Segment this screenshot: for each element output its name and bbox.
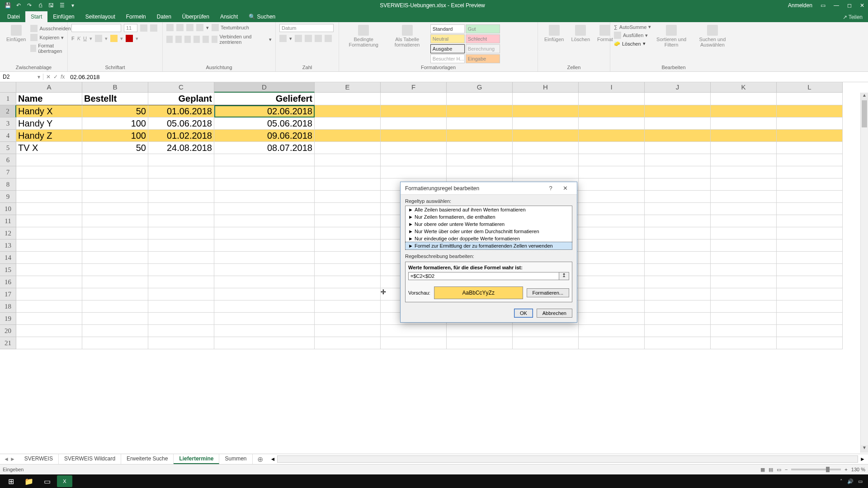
style-besucht[interactable]: Besuchter H...: [430, 54, 465, 63]
cell-A5[interactable]: TV X: [16, 142, 82, 154]
underline-icon[interactable]: U: [83, 36, 87, 41]
cell-L12[interactable]: [777, 227, 843, 239]
dialog-help-icon[interactable]: ?: [543, 185, 558, 192]
row-header-14[interactable]: 14: [0, 252, 16, 264]
cell-B5[interactable]: 50: [82, 142, 148, 154]
cell-D13[interactable]: [214, 239, 315, 252]
row-header-13[interactable]: 13: [0, 239, 16, 252]
cell-H5[interactable]: [513, 142, 579, 154]
cell-I15[interactable]: [579, 264, 645, 276]
cell-L14[interactable]: [777, 252, 843, 264]
cell-E17[interactable]: [315, 288, 381, 300]
cell-G21[interactable]: [447, 337, 513, 349]
sheet-tab[interactable]: SVERWEIS: [19, 454, 59, 464]
rule-type-list[interactable]: ►Alle Zeilen basierend auf ihren Werten …: [405, 206, 572, 250]
range-picker-icon[interactable]: ↥: [559, 272, 569, 280]
zoom-slider[interactable]: [791, 469, 841, 470]
cell-H4[interactable]: [513, 130, 579, 142]
tab-insert[interactable]: Einfügen: [47, 11, 80, 22]
cell-L18[interactable]: [777, 300, 843, 313]
currency-icon[interactable]: [279, 35, 287, 42]
undo-icon[interactable]: ↶: [14, 1, 23, 9]
tray-lang-icon[interactable]: ▭: [858, 479, 863, 484]
cell-B20[interactable]: [82, 325, 148, 337]
style-eingabe[interactable]: Eingabe: [466, 54, 500, 63]
cell-D21[interactable]: [214, 337, 315, 349]
fill-color-icon[interactable]: [110, 35, 118, 42]
cell-L9[interactable]: [777, 191, 843, 203]
clear-button[interactable]: 🧽 Löschen ▾: [614, 41, 651, 47]
cell-C9[interactable]: [148, 191, 214, 203]
scroll-thumb[interactable]: [862, 100, 867, 127]
cell-A13[interactable]: [16, 239, 82, 252]
col-header-G[interactable]: G: [447, 82, 513, 93]
number-format-select[interactable]: [279, 24, 334, 32]
col-header-K[interactable]: K: [711, 82, 777, 93]
cell-L15[interactable]: [777, 264, 843, 276]
cell-C12[interactable]: [148, 227, 214, 239]
cell-J20[interactable]: [645, 325, 711, 337]
cell-D20[interactable]: [214, 325, 315, 337]
row-header-15[interactable]: 15: [0, 264, 16, 276]
cell-G6[interactable]: [447, 154, 513, 166]
cell-B13[interactable]: [82, 239, 148, 252]
name-box[interactable]: D2▼: [0, 74, 43, 80]
cell-J7[interactable]: [645, 166, 711, 178]
cell-G4[interactable]: [447, 130, 513, 142]
row-header-17[interactable]: 17: [0, 288, 16, 300]
cell-E19[interactable]: [315, 313, 381, 325]
cell-B11[interactable]: [82, 215, 148, 227]
cell-L7[interactable]: [777, 166, 843, 178]
cell-C7[interactable]: [148, 166, 214, 178]
col-header-F[interactable]: F: [381, 82, 447, 93]
tab-search[interactable]: 🔍 Suchen: [243, 11, 281, 22]
cell-D7[interactable]: [214, 166, 315, 178]
indent-inc-icon[interactable]: [203, 36, 209, 43]
cell-K17[interactable]: [711, 288, 777, 300]
cell-J19[interactable]: [645, 313, 711, 325]
cell-A19[interactable]: [16, 313, 82, 325]
find-select-button[interactable]: Suchen und Auswählen: [692, 24, 733, 48]
cell-J16[interactable]: [645, 276, 711, 288]
cell-H6[interactable]: [513, 154, 579, 166]
align-bottom-icon[interactable]: [186, 24, 193, 31]
save-icon[interactable]: 💾: [4, 1, 12, 9]
tab-pagelayout[interactable]: Seitenlayout: [80, 11, 121, 22]
cell-I2[interactable]: [579, 105, 645, 117]
cell-L19[interactable]: [777, 313, 843, 325]
col-header-B[interactable]: B: [82, 82, 148, 93]
cell-A16[interactable]: [16, 276, 82, 288]
cell-I14[interactable]: [579, 252, 645, 264]
font-name-input[interactable]: [71, 24, 121, 32]
cell-E12[interactable]: [315, 227, 381, 239]
share-button[interactable]: ↗ Teilen: [837, 12, 868, 22]
inc-decimal-icon[interactable]: [315, 35, 322, 42]
cell-A10[interactable]: [16, 203, 82, 215]
style-schlecht[interactable]: Schlecht: [466, 34, 500, 43]
cell-L17[interactable]: [777, 288, 843, 300]
col-header-C[interactable]: C: [148, 82, 214, 93]
cell-I7[interactable]: [579, 166, 645, 178]
cell-B12[interactable]: [82, 227, 148, 239]
cell-D15[interactable]: [214, 264, 315, 276]
dialog-close-icon[interactable]: ✕: [558, 185, 572, 192]
col-header-I[interactable]: I: [579, 82, 645, 93]
col-header-L[interactable]: L: [777, 82, 843, 93]
cell-K11[interactable]: [711, 215, 777, 227]
cell-B21[interactable]: [82, 337, 148, 349]
align-center-icon[interactable]: [175, 36, 182, 43]
wrap-text-button[interactable]: Textumbruch: [212, 24, 249, 31]
cell-I8[interactable]: [579, 178, 645, 191]
cell-L20[interactable]: [777, 325, 843, 337]
taskbar-explorer-icon[interactable]: 📁: [20, 474, 38, 488]
new-sheet-icon[interactable]: ⊕: [253, 455, 268, 464]
cell-J17[interactable]: [645, 288, 711, 300]
cell-D16[interactable]: [214, 276, 315, 288]
decrease-font-icon[interactable]: [150, 24, 157, 32]
zoom-level[interactable]: 130 %: [851, 467, 865, 472]
align-right-icon[interactable]: [184, 36, 191, 43]
conditional-formatting-button[interactable]: Bedingte Formatierung: [343, 24, 385, 48]
cell-E18[interactable]: [315, 300, 381, 313]
select-all-corner[interactable]: [0, 82, 16, 93]
italic-icon[interactable]: K: [77, 36, 80, 41]
